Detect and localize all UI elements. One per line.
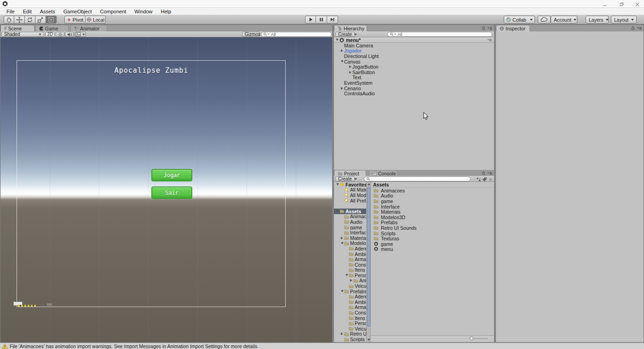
hierarchy-item-controlaaudio[interactable]: ControlaAudio (334, 91, 494, 96)
asset-materiais[interactable]: Materiais (371, 209, 494, 215)
tree-item-materiais[interactable]: Materiais (334, 235, 366, 241)
account-dropdown[interactable]: Account (551, 16, 577, 23)
tree-item-aderecos[interactable]: Aderecos (334, 294, 366, 299)
hierarchy-create-dropdown[interactable]: Create (335, 32, 355, 37)
foldout-down-icon[interactable] (335, 39, 339, 41)
hand-tool-button[interactable] (4, 16, 14, 23)
cloud-button[interactable] (538, 16, 551, 23)
menu-component[interactable]: Component (96, 8, 130, 15)
scene-viewport[interactable]: Apocalipse Zumbi Jogar Sair (0, 37, 332, 343)
panel-menu-icon[interactable] (487, 171, 492, 175)
local-toggle-button[interactable]: Local (86, 16, 106, 23)
lock-icon[interactable] (482, 26, 485, 30)
tree-item-prefabs[interactable]: Prefabs (334, 289, 366, 294)
foldout-right-icon[interactable] (340, 87, 344, 90)
foldout-down-icon[interactable] (345, 274, 349, 276)
sair-button[interactable]: Sair (151, 186, 192, 199)
scene-search-input[interactable]: All (261, 32, 332, 37)
tree-item-veiculos[interactable]: Veiculos (334, 326, 366, 332)
hierarchy-item-directional-light[interactable]: Directional Light (334, 53, 494, 59)
tree-item-modelos3d[interactable]: Modelos3D (334, 241, 366, 246)
close-button[interactable] (632, 1, 642, 7)
foldout-right-icon[interactable] (340, 49, 344, 52)
tree-item-veiculos[interactable]: Veiculos (334, 283, 366, 289)
tab-game[interactable]: Game (35, 25, 69, 31)
project-search-input[interactable] (364, 176, 471, 181)
slider-knob[interactable] (470, 337, 473, 340)
tree-item-all-models[interactable]: All Models (334, 192, 366, 198)
move-tool-button[interactable] (14, 16, 25, 23)
tree-item-ambiente[interactable]: Ambiente (334, 299, 366, 305)
foldout-down-icon[interactable] (340, 290, 344, 292)
scale-tool-button[interactable] (35, 16, 46, 23)
scroll-up-icon[interactable] (367, 182, 370, 186)
panel-menu-icon[interactable] (637, 26, 642, 30)
asset-game[interactable]: game (371, 198, 494, 204)
foldout-down-icon[interactable] (335, 183, 339, 186)
tab-hierarchy[interactable]: Hierarchy (334, 25, 367, 31)
tab-animator[interactable]: Animator (70, 25, 107, 31)
jogar-button[interactable]: Jogar (151, 169, 192, 181)
step-button[interactable] (327, 16, 338, 23)
scene-effects-dropdown[interactable] (74, 32, 86, 37)
tree-item-all-materials[interactable]: All Materials (334, 187, 366, 193)
tree-item-personagens[interactable]: Personagens (334, 273, 366, 278)
tree-item-itens[interactable]: Itens (334, 315, 366, 321)
status-bar[interactable]: File 'Animacoes' has animation import wa… (0, 343, 644, 349)
hierarchy-search-input[interactable]: All (387, 32, 492, 37)
scene-context-menu-icon[interactable] (487, 38, 492, 42)
asset-scripts[interactable]: Scripts (371, 231, 494, 236)
lock-icon[interactable] (482, 171, 485, 175)
layers-dropdown[interactable]: Layers (586, 16, 609, 23)
foldout-down-icon[interactable] (335, 210, 339, 212)
foldout-right-icon[interactable] (340, 332, 344, 335)
tree-item-personagens[interactable]: Personagens (334, 320, 366, 326)
hierarchy-item-canvas[interactable]: Canvas (334, 59, 494, 64)
menu-file[interactable]: File (2, 8, 19, 15)
tree-item-itens[interactable]: Itens (334, 268, 366, 273)
tree-item-game[interactable]: game (334, 225, 366, 230)
asset-prefabs[interactable]: Prefabs (371, 220, 494, 226)
hierarchy-item-jogador[interactable]: Jogador (334, 48, 494, 54)
asset-retro-ui-sounds[interactable]: Retro UI Sounds (371, 225, 494, 231)
tree-item-ambiente[interactable]: Ambiente (334, 251, 366, 257)
tree-item-animacoes[interactable]: Animacoes (334, 214, 366, 220)
asset-interface[interactable]: Interface (371, 204, 494, 209)
hierarchy-item-eventsystem[interactable]: EventSystem (334, 80, 494, 86)
favorites-star-button[interactable] (488, 177, 493, 182)
tab-project[interactable]: Project (334, 170, 366, 176)
pause-button[interactable] (316, 16, 327, 23)
menu-assets[interactable]: Assets (36, 8, 59, 15)
asset-menu[interactable]: menu (371, 247, 494, 252)
menu-gameobject[interactable]: GameObject (59, 8, 96, 15)
tree-item-all-prefabs[interactable]: All Prefabs (334, 198, 366, 204)
tab-inspector[interactable]: Inspector (496, 25, 530, 31)
menu-help[interactable]: Help (156, 8, 175, 15)
foldout-right-icon[interactable] (348, 71, 352, 74)
hierarchy-item-jogarbutton[interactable]: JogarButton (334, 64, 494, 70)
scrollbar-thumb[interactable] (367, 186, 370, 327)
rect-tool-button[interactable] (46, 16, 57, 23)
minimize-button[interactable] (599, 1, 610, 7)
play-button[interactable] (305, 16, 316, 23)
asset-game[interactable]: game (371, 241, 494, 247)
search-by-label-button[interactable] (482, 177, 487, 182)
asset-modelos3d[interactable]: Modelos3D (371, 215, 494, 220)
tree-item-armas[interactable]: Armas (334, 256, 366, 262)
hierarchy-item-cenario[interactable]: Cenario (334, 86, 494, 91)
tree-item-aderecos[interactable]: Aderecos (334, 246, 366, 251)
hierarchy-item-main-camera[interactable]: Main Camera (334, 43, 494, 48)
asset-animacoes[interactable]: Animacoes (371, 188, 494, 193)
panel-menu-icon[interactable] (487, 26, 492, 30)
scroll-down-icon[interactable] (367, 338, 370, 341)
collab-button[interactable]: Collab (504, 16, 535, 23)
tree-item-assets[interactable]: Assets (334, 209, 366, 214)
tree-item-armas[interactable]: Armas (334, 305, 366, 310)
scene-lighting-button[interactable] (56, 32, 64, 37)
gizmos-dropdown[interactable]: Gizmos (242, 32, 259, 37)
scene-object-barrier[interactable] (18, 305, 36, 307)
scene-audio-button[interactable] (65, 32, 74, 37)
tree-item-favorites[interactable]: Favorites (334, 182, 366, 187)
shading-mode-dropdown[interactable]: Shaded (1, 32, 44, 37)
menu-window[interactable]: Window (130, 8, 156, 15)
